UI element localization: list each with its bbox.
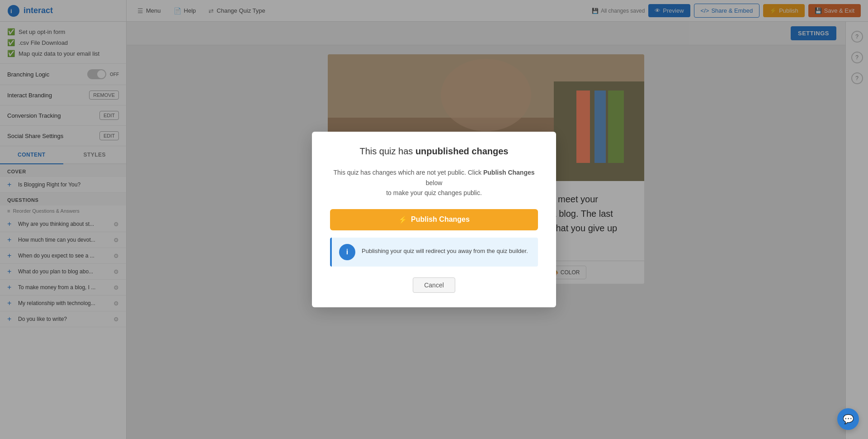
info-box: i Publishing your quiz will redirect you… — [330, 238, 538, 267]
publish-changes-button[interactable]: ⚡ Publish Changes — [330, 209, 538, 230]
publish-modal-label: Publish Changes — [411, 215, 470, 224]
modal-overlay[interactable]: This quiz has unpublished changes This q… — [0, 0, 868, 439]
modal-title: This quiz has unpublished changes — [330, 146, 538, 157]
modal-desc: This quiz has changes which are not yet … — [330, 167, 538, 198]
publish-modal-icon: ⚡ — [398, 215, 407, 224]
chat-bubble[interactable]: 💬 — [837, 408, 859, 430]
info-icon: i — [339, 244, 355, 260]
cancel-button[interactable]: Cancel — [413, 277, 455, 293]
modal: This quiz has unpublished changes This q… — [312, 132, 556, 307]
info-text: Publishing your quiz will redirect you a… — [362, 244, 528, 256]
